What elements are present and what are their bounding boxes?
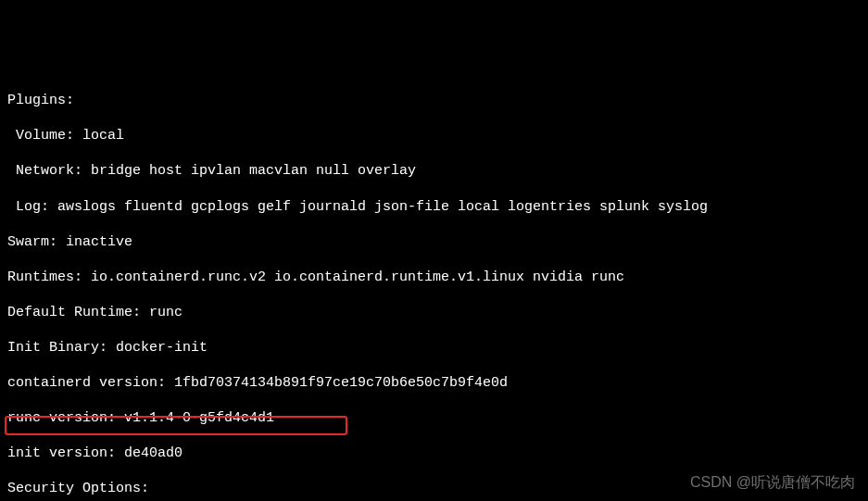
output-line: Plugins: bbox=[7, 92, 861, 109]
output-line: Default Runtime: runc bbox=[7, 304, 861, 321]
output-line: runc version: v1.1.4-0-g5fd4c4d1 bbox=[7, 409, 861, 427]
watermark-text: CSDN @听说唐僧不吃肉 bbox=[690, 473, 855, 492]
output-line: Network: bridge host ipvlan macvlan null… bbox=[7, 162, 861, 180]
output-line: Swarm: inactive bbox=[7, 233, 861, 251]
output-line: Init Binary: docker-init bbox=[7, 339, 861, 357]
terminal-output: Plugins: Volume: local Network: bridge h… bbox=[7, 74, 861, 501]
output-line: Volume: local bbox=[7, 127, 861, 144]
output-line: containerd version: 1fbd70374134b891f97c… bbox=[7, 374, 861, 392]
output-line: init version: de40ad0 bbox=[7, 445, 861, 462]
output-line: Log: awslogs fluentd gcplogs gelf journa… bbox=[7, 198, 861, 216]
output-line: Runtimes: io.containerd.runc.v2 io.conta… bbox=[7, 269, 861, 286]
